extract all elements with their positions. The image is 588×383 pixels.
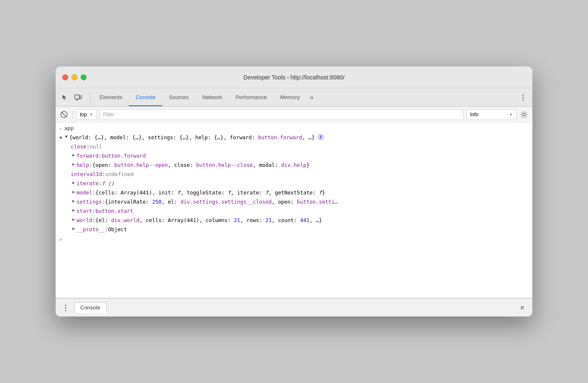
info-badge[interactable]: i (317, 134, 324, 140)
prop-val-intervalid: undefined (105, 171, 134, 178)
tab-memory[interactable]: Memory (274, 88, 307, 106)
console-prompt[interactable]: > (56, 234, 532, 244)
prop-key-start: start (77, 207, 92, 215)
svg-point-6 (523, 99, 524, 100)
tab-bar-divider (90, 92, 90, 103)
console-log-app[interactable]: › app (56, 124, 532, 133)
title-bar: Developer Tools - http://localhost:8080/ (56, 66, 532, 88)
expand-proto-arrow[interactable]: ▶ (71, 226, 77, 232)
prop-sep-forward: : (99, 152, 102, 160)
maximize-button[interactable] (81, 74, 87, 80)
prop-model[interactable]: ▶ model : {cells: Array(441), init: f, t… (56, 188, 532, 197)
expand-forward-arrow[interactable]: ▶ (71, 152, 77, 158)
prop-forward[interactable]: ▶ forward : button.forward (56, 151, 532, 161)
tab-bar-end (517, 92, 529, 103)
prop-sep-start: : (92, 207, 96, 215)
svg-rect-1 (80, 96, 82, 99)
toolbar-divider-1 (72, 110, 73, 119)
prop-val-world: {el: div.world, cells: Array(441), colum… (95, 217, 322, 224)
prop-settings[interactable]: ▶ settings : {intervalRate: 250, el: div… (56, 197, 532, 207)
tab-sources[interactable]: Sources (162, 88, 196, 106)
bottom-drawer: Console ✕ (56, 298, 532, 317)
console-output: › app ◀ ▼ {world: {…}, model: {…}, setti… (56, 123, 532, 298)
prop-iterate[interactable]: ▶ iterate : f () (56, 179, 532, 188)
back-arrow: ◀ (59, 134, 62, 141)
expand-start-arrow[interactable]: ▶ (71, 207, 77, 213)
tab-elements[interactable]: Elements (93, 88, 129, 106)
svg-point-9 (523, 113, 525, 116)
prop-intervalid: intervalId : undefined (56, 170, 532, 179)
context-selector[interactable]: top ▼ (76, 109, 97, 120)
prop-sep-settings: : (102, 198, 105, 206)
prop-val-iterate: f () (102, 180, 114, 187)
drawer-console-tab[interactable]: Console (74, 302, 107, 313)
expand-iterate-arrow[interactable]: ▶ (71, 180, 77, 186)
expand-root-arrow[interactable]: ▼ (64, 134, 69, 140)
tab-more-button[interactable]: » (307, 88, 317, 106)
expand-settings-arrow[interactable]: ▶ (71, 198, 77, 204)
devtools-menu-button[interactable] (517, 92, 529, 103)
svg-point-10 (65, 304, 66, 306)
prop-val-proto: Object (108, 226, 127, 233)
prop-sep-help: : (89, 161, 92, 169)
tab-performance[interactable]: Performance (229, 88, 273, 106)
prop-sep-proto: : (105, 226, 108, 233)
prop-key-help: help (77, 161, 89, 169)
expand-world-arrow[interactable]: ▶ (71, 217, 77, 222)
filter-input[interactable]: Filter (100, 109, 464, 120)
prop-key-forward: forward (77, 152, 99, 160)
prop-help[interactable]: ▶ help : {open: button.help--open, close… (56, 161, 532, 170)
device-icon[interactable] (72, 92, 84, 103)
prop-world[interactable]: ▶ world : {el: div.world, cells: Array(4… (56, 216, 532, 225)
minimize-button[interactable] (72, 74, 77, 80)
block-icon[interactable] (59, 110, 69, 120)
svg-line-8 (61, 112, 66, 117)
prop-key-iterate: iterate (77, 180, 99, 187)
svg-rect-0 (75, 95, 79, 99)
prop-val-help: {open: button.help--open, close: button.… (92, 161, 309, 169)
window-title: Developer Tools - http://localhost:8080/ (243, 74, 345, 81)
prop-val-settings: {intervalRate: 250, el: div.settings.set… (105, 198, 338, 206)
prop-sep-model: : (92, 189, 96, 197)
log-text-app: app (64, 125, 529, 132)
drawer-close-button[interactable]: ✕ (517, 303, 527, 313)
level-selector[interactable]: Info ▼ (466, 109, 516, 120)
prop-val-start: button.start (95, 207, 133, 215)
prop-sep-intervalid: : (102, 171, 105, 178)
traffic-lights (62, 74, 87, 80)
prop-key-settings: settings (77, 198, 102, 206)
log-arrow: › (59, 125, 62, 133)
prop-key-model: model (77, 189, 92, 197)
drawer-menu-button[interactable] (61, 303, 71, 313)
expand-model-arrow[interactable]: ▶ (71, 189, 77, 195)
close-button[interactable] (62, 74, 68, 80)
devtools-window: Developer Tools - http://localhost:8080/ (56, 66, 532, 317)
cursor-icon[interactable] (59, 92, 71, 103)
prop-sep-world: : (92, 217, 96, 224)
console-toolbar: top ▼ Filter Info ▼ (56, 107, 532, 123)
prop-start[interactable]: ▶ start : button.start (56, 207, 532, 216)
prop-val-close: null (89, 143, 102, 151)
prop-sep-close: : (87, 143, 90, 151)
svg-point-11 (65, 307, 66, 308)
prop-sep-iterate: : (99, 180, 102, 187)
settings-button[interactable] (519, 110, 529, 120)
prop-proto[interactable]: ▶ __proto__ : Object (56, 225, 532, 234)
prop-key-intervalid: intervalId (71, 171, 102, 178)
prop-key-world: world (77, 217, 92, 224)
prop-key-close: close (71, 143, 87, 151)
tabs: Elements Console Sources Network Perform… (93, 88, 317, 106)
tab-network[interactable]: Network (196, 88, 229, 106)
prop-val-forward: button.forward (102, 152, 146, 160)
tab-console[interactable]: Console (129, 88, 162, 106)
object-root-line[interactable]: ◀ ▼ {world: {…}, model: {…}, settings: {… (56, 133, 532, 142)
svg-point-12 (65, 309, 66, 311)
tab-bar: Elements Console Sources Network Perform… (56, 88, 532, 107)
prop-close: close : null (56, 142, 532, 151)
prop-val-model: {cells: Array(441), init: f, toggleState… (95, 189, 325, 197)
tab-bar-icons (59, 92, 84, 103)
object-summary: {world: {…}, model: {…}, settings: {…}, … (69, 134, 315, 141)
prop-key-proto: __proto__ (77, 226, 105, 233)
svg-point-4 (523, 94, 524, 95)
expand-help-arrow[interactable]: ▶ (71, 161, 77, 167)
